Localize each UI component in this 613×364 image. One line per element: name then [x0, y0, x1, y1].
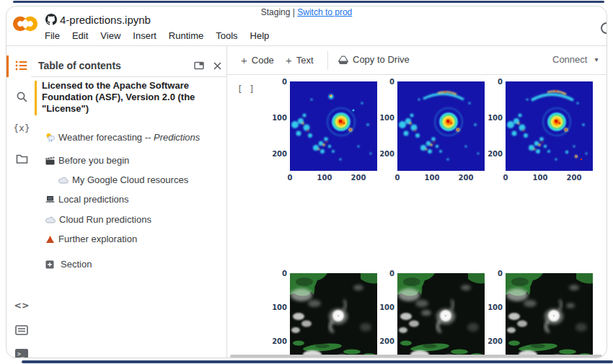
- menu-tools[interactable]: Tools: [216, 30, 237, 41]
- plus-icon: +: [241, 54, 247, 66]
- cloud-emoji: [45, 216, 56, 223]
- plus-icon: +: [286, 54, 292, 66]
- frame-top-edge: [13, 1, 604, 3]
- toc-active-item-bar: [35, 81, 37, 115]
- terminal-icon[interactable]: >_: [14, 346, 30, 358]
- add-code-button[interactable]: + Code: [241, 54, 274, 66]
- heatmap-image: [397, 81, 485, 171]
- menu-file[interactable]: File: [45, 30, 60, 41]
- weather-emoji: [45, 133, 55, 142]
- colab-window: Staging | Switch to prod 4-predictions.i…: [6, 6, 607, 358]
- settings-gear-icon[interactable]: [601, 22, 607, 34]
- table-of-contents-icon[interactable]: [14, 58, 30, 74]
- menu-runtime[interactable]: Runtime: [169, 30, 203, 41]
- toc-panel-title: Table of contents: [38, 60, 121, 71]
- menu-bar: File Edit View Insert Runtime Tools Help: [45, 30, 269, 41]
- rail-active-indicator: [6, 56, 9, 77]
- add-text-button[interactable]: + Text: [286, 54, 314, 66]
- toc-item-before-you-begin[interactable]: Before you begin: [45, 155, 129, 166]
- clapperboard-emoji: [45, 156, 55, 165]
- staging-label: Staging |: [261, 7, 295, 17]
- toc-header-divider: [31, 76, 226, 77]
- drive-icon: [338, 56, 348, 64]
- plus-square-icon: [45, 260, 54, 269]
- menu-view[interactable]: View: [100, 30, 120, 41]
- panel-separator: [226, 45, 227, 358]
- satellite-image: [397, 273, 485, 358]
- prediction-heatmap-2: 0 100 200 0 100 200: [397, 81, 485, 171]
- satellite-image: [506, 273, 593, 358]
- switch-to-prod-link[interactable]: Switch to prod: [297, 7, 352, 17]
- github-icon: [45, 14, 57, 25]
- toc-open-in-tab-icon[interactable]: [193, 59, 206, 72]
- search-icon[interactable]: [14, 89, 30, 105]
- add-section-button[interactable]: Section: [45, 259, 92, 270]
- toolbar-divider: [327, 51, 328, 70]
- frame-bottom-edge: [22, 360, 613, 363]
- horizontal-scrollbar[interactable]: [230, 355, 602, 358]
- svg-text:>_: >_: [17, 351, 25, 358]
- volcano-emoji: [45, 235, 55, 244]
- header-divider: [6, 45, 607, 46]
- cloud-emoji: [58, 177, 69, 184]
- prediction-heatmap-3: 0 100 200 0 100 200: [506, 81, 593, 171]
- screenshot-frame: Staging | Switch to prod 4-predictions.i…: [0, 0, 613, 364]
- colab-logo-icon[interactable]: [11, 15, 40, 34]
- notebook-title[interactable]: 4-predictions.ipynb: [60, 14, 151, 26]
- toc-item-further-exploration[interactable]: Further exploration: [45, 234, 137, 244]
- copy-to-drive-button[interactable]: Copy to Drive: [338, 54, 410, 65]
- heatmap-image: [506, 81, 593, 171]
- toc-item-my-google-cloud-resources[interactable]: My Google Cloud resources: [58, 174, 188, 185]
- heatmap-image: [290, 81, 377, 171]
- toc-item-local-predictions[interactable]: Local predictions: [45, 194, 129, 205]
- command-palette-icon[interactable]: [14, 322, 30, 338]
- toc-item-license[interactable]: Licensed to the Apache Software Foundati…: [42, 80, 213, 115]
- toolbar-bottom-divider: [227, 74, 607, 75]
- toc-item-weather-forecasting[interactable]: Weather forecasting -- Predictions: [45, 132, 200, 143]
- chevron-down-icon: ▾: [594, 56, 598, 63]
- cell-run-marker[interactable]: [ ]: [237, 84, 255, 94]
- code-snippets-icon[interactable]: <>: [14, 297, 30, 313]
- laptop-emoji: [45, 195, 55, 203]
- menu-insert[interactable]: Insert: [133, 30, 156, 41]
- satellite-image: [290, 273, 377, 358]
- connect-button[interactable]: Connect ▾: [552, 54, 598, 65]
- prediction-heatmap-1: 0 100 200 0 100 200: [290, 81, 377, 171]
- menu-help[interactable]: Help: [250, 30, 270, 41]
- toc-item-cloud-run-predictions[interactable]: Cloud Run predictions: [45, 214, 151, 225]
- toc-close-icon[interactable]: [211, 59, 224, 72]
- files-icon[interactable]: [14, 151, 30, 167]
- variables-icon[interactable]: {x}: [14, 120, 30, 136]
- menu-edit[interactable]: Edit: [72, 30, 88, 41]
